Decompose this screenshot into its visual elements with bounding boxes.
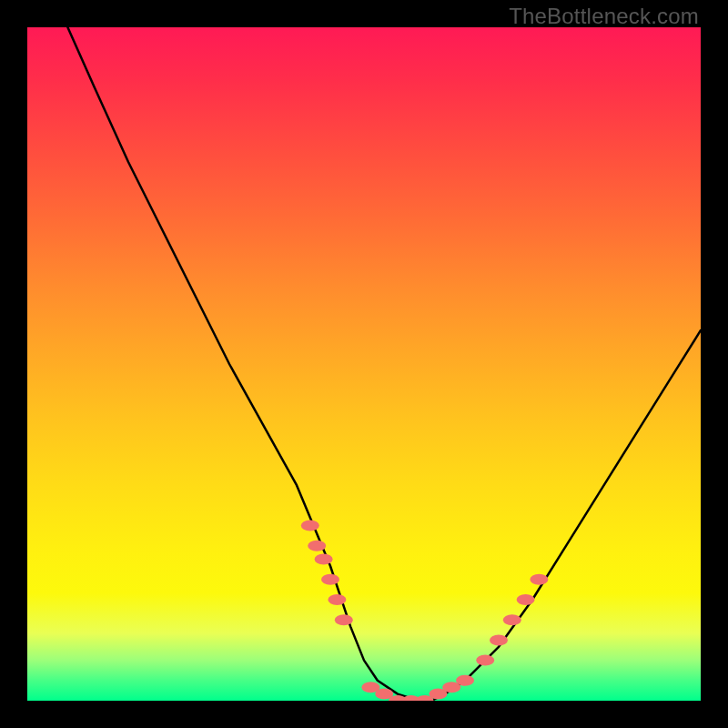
highlight-left-marker (301, 521, 319, 531)
highlight-left-marker (335, 614, 353, 625)
highlight-right-marker (503, 614, 521, 625)
series-container (67, 27, 701, 701)
highlight-right-marker (490, 634, 508, 645)
highlight-right-marker (476, 655, 494, 666)
highlight-left-marker (308, 541, 326, 551)
highlight-right-marker (530, 574, 548, 585)
highlight-left-marker (321, 574, 339, 585)
highlight-left-marker (328, 594, 346, 605)
highlight-right-marker (517, 594, 535, 605)
chart-frame: TheBottleneck.com (0, 0, 728, 728)
watermark-text: TheBottleneck.com (509, 4, 699, 29)
bottleneck-curve-path (67, 27, 701, 701)
highlight-left-marker (315, 554, 333, 565)
curve-svg (27, 27, 701, 701)
highlight-bottom-marker (456, 675, 474, 686)
plot-area (27, 27, 701, 701)
